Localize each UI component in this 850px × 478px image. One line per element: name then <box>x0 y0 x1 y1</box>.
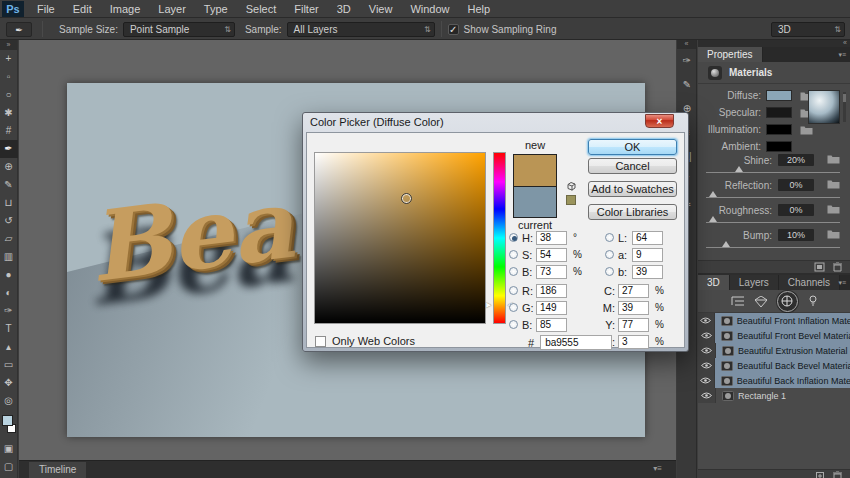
collapse-icon[interactable]: » <box>0 40 17 50</box>
a-input[interactable] <box>632 248 663 262</box>
tab-layers[interactable]: Layers <box>730 275 779 290</box>
filter-materials-icon[interactable] <box>777 291 798 312</box>
diffuse-color-swatch[interactable] <box>766 90 792 101</box>
tab-channels[interactable]: Channels <box>779 275 840 290</box>
visibility-toggle[interactable] <box>698 358 715 373</box>
reflection-texture-folder-icon[interactable] <box>827 179 840 189</box>
visibility-toggle[interactable] <box>698 343 716 358</box>
new-item-icon[interactable] <box>815 471 825 478</box>
a-radio[interactable] <box>605 250 614 259</box>
3d-panel-menu-icon[interactable]: ▾≡ <box>838 279 846 287</box>
b2-radio[interactable] <box>509 320 518 329</box>
workspace-select[interactable]: 3D ⇅ <box>771 22 845 37</box>
visibility-toggle[interactable] <box>698 388 716 403</box>
eyedropper-tool[interactable]: ✒ <box>0 140 18 158</box>
brush-presets-panel-icon[interactable]: ✎ <box>677 73 697 97</box>
roughness-slider[interactable] <box>706 222 840 223</box>
hand-tool[interactable]: ✥ <box>0 374 18 392</box>
gradient-tool[interactable]: ▥ <box>0 248 18 266</box>
menu-type[interactable]: Type <box>195 0 237 18</box>
b-radio[interactable] <box>509 267 518 276</box>
load-material-icon[interactable] <box>814 262 825 272</box>
hue-slider-thumb-left[interactable]: ▶ <box>486 301 491 308</box>
material-row[interactable]: Beautiful Front Inflation Mate... <box>698 313 850 328</box>
eyedropper-tool-icon[interactable]: ✒ <box>6 22 32 37</box>
visibility-toggle[interactable] <box>698 313 715 328</box>
reflection-value[interactable]: 0% <box>778 179 814 191</box>
pen-tool[interactable]: ✑ <box>0 302 18 320</box>
menu-edit[interactable]: Edit <box>64 0 101 18</box>
m-input[interactable] <box>618 301 649 315</box>
b-lab-input[interactable] <box>632 265 663 279</box>
current-color-swatch[interactable] <box>513 186 557 218</box>
only-web-colors-checkbox[interactable] <box>315 336 326 347</box>
color-field-marker[interactable] <box>401 193 412 204</box>
menu-window[interactable]: Window <box>401 0 458 18</box>
expand-dock-icon[interactable]: « <box>677 40 696 49</box>
dodge-tool[interactable]: ◐ <box>0 284 18 302</box>
y-input[interactable] <box>618 318 649 332</box>
history-brush-tool[interactable]: ↺ <box>0 212 18 230</box>
move-tool[interactable]: + <box>0 50 18 68</box>
menu-select[interactable]: Select <box>237 0 286 18</box>
saturation-brightness-field[interactable] <box>314 152 486 324</box>
roughness-value[interactable]: 0% <box>778 204 814 216</box>
menu-view[interactable]: View <box>360 0 402 18</box>
foreground-color-swatch[interactable] <box>2 415 13 426</box>
shine-slider[interactable] <box>706 172 840 173</box>
blur-tool[interactable]: ● <box>0 266 18 284</box>
h-radio[interactable] <box>509 233 518 242</box>
web-gamut-warning-icon[interactable] <box>565 181 576 192</box>
brush-tool[interactable]: ✎ <box>0 176 18 194</box>
zoom-tool[interactable]: ◎ <box>0 392 18 410</box>
shine-texture-folder-icon[interactable] <box>827 154 840 164</box>
bump-slider[interactable] <box>706 247 840 248</box>
b-input[interactable] <box>536 265 567 279</box>
roughness-texture-folder-icon[interactable] <box>827 204 840 214</box>
marquee-tool[interactable]: ▫ <box>0 68 18 86</box>
g-radio[interactable] <box>509 303 518 312</box>
close-icon[interactable]: × <box>645 114 674 128</box>
material-preview-scrollbar[interactable] <box>843 92 846 122</box>
quick-selection-tool[interactable]: ✱ <box>0 104 18 122</box>
material-row[interactable]: Rectangle 1 <box>698 388 850 403</box>
b-lab-radio[interactable] <box>605 267 614 276</box>
color-libraries-button[interactable]: Color Libraries <box>588 204 677 220</box>
collapse-dock-icon[interactable]: « <box>698 40 850 47</box>
r-radio[interactable] <box>509 286 518 295</box>
filter-scene-icon[interactable] <box>731 296 745 306</box>
b2-input[interactable] <box>536 318 567 332</box>
healing-brush-tool[interactable]: ⊕ <box>0 158 18 176</box>
shine-value[interactable]: 20% <box>778 154 814 166</box>
reflection-slider[interactable] <box>706 197 840 198</box>
sample-size-select[interactable]: Point Sample ⇅ <box>123 22 235 37</box>
eraser-tool[interactable]: ▱ <box>0 230 18 248</box>
c-input[interactable] <box>618 284 649 298</box>
delete-icon[interactable] <box>833 471 842 478</box>
tab-3d[interactable]: 3D <box>698 275 730 290</box>
menu-3d[interactable]: 3D <box>328 0 360 18</box>
menu-layer[interactable]: Layer <box>149 0 195 18</box>
g-input[interactable] <box>536 301 567 315</box>
show-sampling-ring-checkbox[interactable]: ✓ <box>448 24 459 35</box>
bump-slider-thumb[interactable] <box>722 241 730 247</box>
menu-image[interactable]: Image <box>101 0 150 18</box>
s-input[interactable] <box>536 248 567 262</box>
visibility-toggle[interactable] <box>698 328 715 343</box>
type-tool[interactable]: T <box>0 320 18 338</box>
menu-filter[interactable]: Filter <box>285 0 327 18</box>
shine-slider-thumb[interactable] <box>735 166 743 172</box>
clone-stamp-tool[interactable]: ⊔ <box>0 194 18 212</box>
sample-select[interactable]: All Layers ⇅ <box>287 22 435 37</box>
material-row[interactable]: Beautiful Extrusion Material <box>698 343 850 358</box>
hue-slider[interactable]: ▶ ◀ <box>493 152 506 324</box>
properties-panel-menu-icon[interactable]: ▾≡ <box>838 51 846 59</box>
r-input[interactable] <box>536 284 567 298</box>
crop-tool[interactable]: # <box>0 122 18 140</box>
ambient-color-swatch[interactable] <box>766 141 792 152</box>
s-radio[interactable] <box>509 250 518 259</box>
h-input[interactable] <box>536 231 567 245</box>
illumination-texture-folder-icon[interactable] <box>800 125 813 135</box>
dialog-title[interactable]: Color Picker (Diffuse Color) <box>303 113 688 132</box>
material-row[interactable]: Beautiful Front Bevel Material <box>698 328 850 343</box>
